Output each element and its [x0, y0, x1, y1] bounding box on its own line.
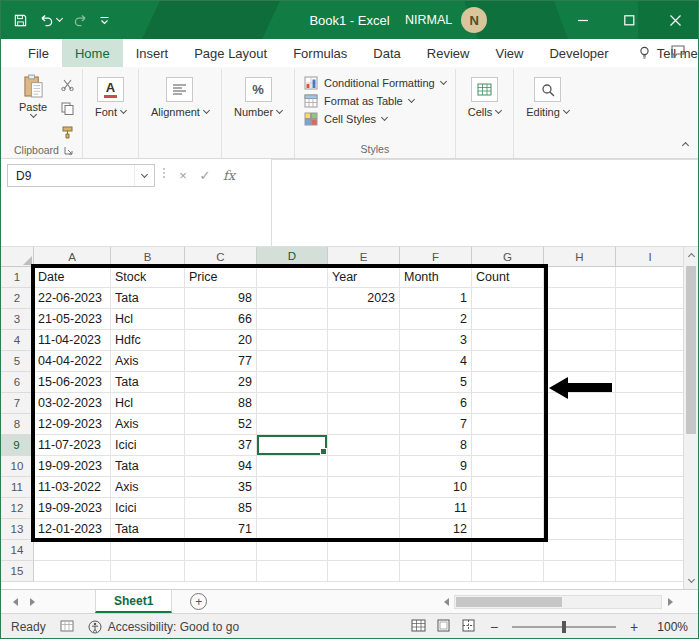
cell-I15[interactable]	[616, 561, 685, 582]
row-header-10[interactable]: 10	[1, 456, 34, 477]
cell-A13[interactable]: 12-01-2023	[34, 519, 111, 540]
cell-E10[interactable]	[328, 456, 400, 477]
format-painter-icon[interactable]	[61, 125, 74, 143]
cell-F10[interactable]: 9	[400, 456, 472, 477]
select-all-corner[interactable]	[1, 247, 34, 267]
cell-I11[interactable]	[616, 477, 685, 498]
cell-D10[interactable]	[257, 456, 328, 477]
sheet-nav-right-icon[interactable]	[30, 598, 35, 606]
cell-E3[interactable]	[328, 309, 400, 330]
cell-D6[interactable]	[257, 372, 328, 393]
cell-G1[interactable]: Count	[472, 267, 544, 288]
row-header-3[interactable]: 3	[1, 309, 34, 330]
scroll-down-icon[interactable]	[684, 572, 698, 589]
cell-C14[interactable]	[185, 540, 257, 561]
cell-I3[interactable]	[616, 309, 685, 330]
cells-group-button[interactable]: Cells	[461, 70, 508, 118]
cell-B15[interactable]	[111, 561, 185, 582]
cell-G3[interactable]	[472, 309, 544, 330]
cell-D12[interactable]	[257, 498, 328, 519]
row-header-13[interactable]: 13	[1, 519, 34, 540]
hscroll-left-icon[interactable]	[438, 590, 454, 613]
col-header-I[interactable]: I	[616, 247, 685, 267]
cell-C4[interactable]: 20	[185, 330, 257, 351]
cell-D7[interactable]	[257, 393, 328, 414]
avatar[interactable]: N	[461, 7, 487, 33]
cell-A15[interactable]	[34, 561, 111, 582]
cell-G7[interactable]	[472, 393, 544, 414]
format-as-table-button[interactable]: Format as Table	[304, 94, 446, 108]
cell-G14[interactable]	[472, 540, 544, 561]
cell-F12[interactable]: 11	[400, 498, 472, 519]
cell-F6[interactable]: 5	[400, 372, 472, 393]
comments-icon[interactable]	[670, 44, 686, 62]
user-name[interactable]: NIRMAL	[405, 13, 452, 27]
cell-E12[interactable]	[328, 498, 400, 519]
cell-A6[interactable]: 15-06-2023	[34, 372, 111, 393]
cell-F7[interactable]: 6	[400, 393, 472, 414]
cell-F1[interactable]: Month	[400, 267, 472, 288]
col-header-E[interactable]: E	[328, 247, 400, 267]
zoom-level[interactable]: 100%	[652, 620, 688, 634]
page-break-view-icon[interactable]	[461, 619, 476, 635]
clipboard-dialog-launcher[interactable]	[64, 146, 73, 155]
horizontal-scrollbar[interactable]	[438, 590, 698, 613]
cell-C6[interactable]: 29	[185, 372, 257, 393]
cell-I10[interactable]	[616, 456, 685, 477]
cell-A5[interactable]: 04-04-2022	[34, 351, 111, 372]
zoom-slider[interactable]	[512, 626, 616, 628]
cell-I12[interactable]	[616, 498, 685, 519]
cell-A14[interactable]	[34, 540, 111, 561]
cell-H2[interactable]	[544, 288, 616, 309]
cell-B5[interactable]: Axis	[111, 351, 185, 372]
cell-E4[interactable]	[328, 330, 400, 351]
cell-G5[interactable]	[472, 351, 544, 372]
cell-H5[interactable]	[544, 351, 616, 372]
row-header-8[interactable]: 8	[1, 414, 34, 435]
formula-input[interactable]	[271, 159, 698, 247]
cell-I5[interactable]	[616, 351, 685, 372]
tab-view[interactable]: View	[482, 39, 536, 67]
row-header-12[interactable]: 12	[1, 498, 34, 519]
cell-A11[interactable]: 11-03-2022	[34, 477, 111, 498]
cancel-icon[interactable]: ×	[173, 164, 193, 187]
cell-E11[interactable]	[328, 477, 400, 498]
cell-E7[interactable]	[328, 393, 400, 414]
cell-D13[interactable]	[257, 519, 328, 540]
cell-B13[interactable]: Tata	[111, 519, 185, 540]
row-header-9[interactable]: 9	[1, 435, 34, 456]
cell-H8[interactable]	[544, 414, 616, 435]
zoom-in-button[interactable]: +	[628, 619, 640, 635]
cell-B7[interactable]: Hcl	[111, 393, 185, 414]
cell-E2[interactable]: 2023	[328, 288, 400, 309]
row-header-5[interactable]: 5	[1, 351, 34, 372]
cell-B14[interactable]	[111, 540, 185, 561]
cell-E8[interactable]	[328, 414, 400, 435]
vertical-scrollbar[interactable]	[683, 247, 698, 589]
cell-G15[interactable]	[472, 561, 544, 582]
cell-B10[interactable]: Tata	[111, 456, 185, 477]
hscroll-thumb[interactable]	[456, 597, 562, 607]
row-header-2[interactable]: 2	[1, 288, 34, 309]
cell-G8[interactable]	[472, 414, 544, 435]
tab-review[interactable]: Review	[414, 39, 483, 67]
col-header-A[interactable]: A	[34, 247, 111, 267]
tab-home[interactable]: Home	[62, 39, 123, 67]
cell-A10[interactable]: 19-09-2023	[34, 456, 111, 477]
cell-G4[interactable]	[472, 330, 544, 351]
cell-B4[interactable]: Hdfc	[111, 330, 185, 351]
col-header-H[interactable]: H	[544, 247, 616, 267]
cell-A7[interactable]: 03-02-2023	[34, 393, 111, 414]
tab-insert[interactable]: Insert	[123, 39, 182, 67]
customize-qat-icon[interactable]	[99, 15, 110, 26]
cell-B2[interactable]: Tata	[111, 288, 185, 309]
cell-E5[interactable]	[328, 351, 400, 372]
cell-styles-button[interactable]: Cell Styles	[304, 112, 446, 126]
cell-B1[interactable]: Stock	[111, 267, 185, 288]
cell-H11[interactable]	[544, 477, 616, 498]
cell-C5[interactable]: 77	[185, 351, 257, 372]
cell-C2[interactable]: 98	[185, 288, 257, 309]
scroll-up-icon[interactable]	[684, 247, 698, 264]
cell-E14[interactable]	[328, 540, 400, 561]
cell-A4[interactable]: 11-04-2023	[34, 330, 111, 351]
